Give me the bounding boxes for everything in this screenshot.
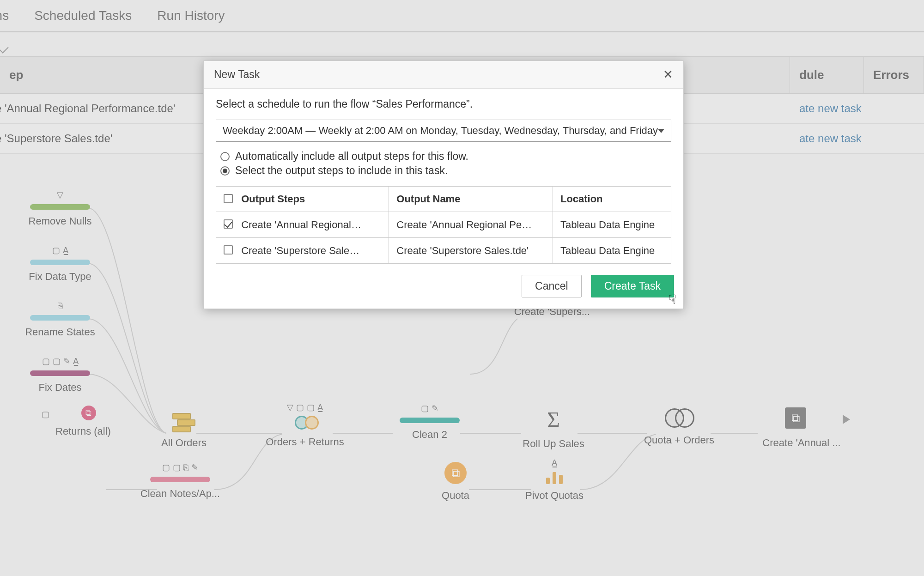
node-label: Quota + Orders	[638, 434, 721, 446]
chevron-down-icon	[658, 129, 664, 133]
node-quota[interactable]: ⧉ Quota	[414, 462, 497, 502]
text-icon: A̲	[73, 356, 79, 366]
node-icon-row: ▢✎	[388, 403, 471, 414]
create-new-task-link[interactable]: ate new task	[790, 94, 924, 123]
node-icon-row: A̲	[513, 457, 596, 468]
output-icon: ⧉	[785, 407, 806, 429]
tab-run-history[interactable]: Run History	[157, 8, 225, 23]
node-bar	[30, 370, 90, 376]
aggregate-icon: Σ	[541, 406, 566, 432]
col-errors: Errors	[864, 57, 924, 93]
node-clean-2[interactable]: ▢✎ Clean 2	[388, 403, 471, 441]
node-label: Fix Dates	[18, 382, 102, 394]
radio-auto-include[interactable]: Automatically include all output steps f…	[220, 150, 671, 163]
node-label: Returns (all)	[42, 425, 125, 437]
table-icon: ▢	[307, 402, 315, 412]
cancel-button[interactable]: Cancel	[522, 275, 582, 297]
schedule-select[interactable]: Weekday 2:00AM — Weekly at 2:00 AM on Mo…	[216, 120, 671, 142]
output-steps-table: Output Steps Output Name Location Create…	[216, 186, 671, 264]
join-icon	[663, 407, 695, 429]
create-task-button[interactable]: Create Task ☟	[591, 275, 674, 297]
node-bar	[30, 260, 90, 265]
node-bar	[30, 315, 90, 321]
filter-icon: ▽	[57, 190, 63, 200]
table-icon: ▢	[42, 356, 50, 366]
node-label: Orders + Returns	[263, 436, 346, 448]
sub-header-row: v.	[0, 32, 924, 56]
table-icon: ▢	[52, 245, 60, 255]
col-location: Location	[553, 187, 671, 212]
radio-select-steps[interactable]: Select the output steps to include in th…	[220, 164, 671, 177]
new-task-dialog: New Task ✕ Select a schedule to run the …	[203, 61, 684, 309]
dialog-title: New Task	[214, 68, 260, 81]
node-icon-row: ⎘	[18, 300, 102, 311]
col-label: Output Steps	[241, 193, 305, 205]
table-icon: ▢	[296, 402, 304, 412]
database-icon: ⧉	[81, 406, 96, 420]
table-row[interactable]: Create 'Annual Regional Perf… Create 'An…	[216, 212, 671, 238]
checkbox-all[interactable]	[224, 194, 233, 203]
node-fix-data-type[interactable]: ▢A̲ Fix Data Type	[18, 245, 102, 283]
text-icon: A̲	[317, 402, 323, 412]
checkbox[interactable]	[224, 245, 233, 255]
create-new-task-link[interactable]: ate new task	[790, 124, 924, 153]
table-icon: ▢	[53, 356, 61, 366]
join-icon	[293, 415, 317, 430]
radio-label: Select the output steps to include in th…	[235, 164, 448, 177]
cell-output-name: Create 'Superstore Sales.tde'	[396, 245, 529, 257]
node-label: Create 'Annual ...	[753, 437, 850, 449]
node-fix-dates[interactable]: ▢▢✎A̲ Fix Dates	[18, 356, 102, 394]
dialog-instruction: Select a schedule to run the flow “Sales…	[216, 98, 671, 110]
col-schedule-partial: dule	[790, 57, 864, 93]
node-quota-orders[interactable]: Quota + Orders	[638, 406, 721, 446]
node-bar	[400, 418, 460, 423]
cell-location: Tableau Data Engine	[553, 238, 671, 264]
cell-step: Create 'Annual Regional Perf…	[241, 219, 361, 231]
node-label: Clean Notes/Ap...	[139, 488, 222, 500]
node-all-orders[interactable]: All Orders	[142, 410, 225, 449]
node-label: Rename States	[18, 326, 102, 338]
radio-icon	[220, 166, 230, 176]
node-clean-notes[interactable]: ▢▢⎘✎ Clean Notes/Ap...	[139, 462, 222, 500]
edit-icon[interactable]	[0, 42, 9, 53]
table-icon: ▢	[421, 403, 429, 413]
dialog-footer: Cancel Create Task ☟	[204, 275, 683, 309]
node-icon-row: ▽	[18, 189, 102, 200]
edit-icon: ✎	[191, 462, 198, 473]
radio-icon	[220, 152, 230, 161]
node-icon-row: ▢▢⎘✎	[139, 462, 222, 473]
tab-scheduled-tasks[interactable]: Scheduled Tasks	[34, 8, 132, 23]
node-label: Fix Data Type	[18, 271, 102, 283]
node-label: Pivot Quotas	[513, 490, 596, 502]
node-label: Clean 2	[388, 429, 471, 441]
tab-connections-partial[interactable]: tions	[0, 8, 9, 23]
node-returns-all[interactable]: ▢ ⧉ Returns (all)	[42, 409, 125, 437]
node-roll-up-sales[interactable]: Σ Roll Up Sales	[512, 406, 595, 450]
datasource-icon: ⧉	[444, 462, 467, 484]
checkbox[interactable]	[224, 219, 233, 229]
cell-output-name: Create 'Annual Regional Perfo…	[396, 219, 535, 231]
union-icon	[172, 413, 195, 431]
node-icon-row: ▢ ⧉	[42, 409, 125, 420]
text-icon: A̲	[552, 458, 557, 468]
node-label: Quota	[414, 490, 497, 502]
node-icon-row: ▢▢✎A̲	[18, 356, 102, 367]
cell-step: Create 'Superstore Sales.tde'	[241, 245, 361, 257]
run-icon[interactable]	[843, 415, 850, 424]
cursor-hand-icon: ☟	[669, 292, 676, 307]
clip-icon: ⎘	[58, 301, 63, 311]
pivot-icon	[545, 471, 564, 484]
table-row[interactable]: Create 'Superstore Sales.tde' Create 'Su…	[216, 238, 671, 264]
node-label: Remove Nulls	[18, 215, 102, 227]
table-icon: ▢	[173, 462, 181, 473]
dialog-header: New Task ✕	[204, 61, 683, 89]
node-create-annual[interactable]: ⧉ Create 'Annual ...	[753, 407, 850, 449]
node-pivot-quotas[interactable]: A̲ Pivot Quotas	[513, 457, 596, 502]
node-remove-nulls[interactable]: ▽ Remove Nulls	[18, 189, 102, 227]
node-rename-states[interactable]: ⎘ Rename States	[18, 300, 102, 338]
node-label: All Orders	[142, 437, 225, 449]
close-icon[interactable]: ✕	[663, 67, 673, 82]
node-orders-returns[interactable]: ▽▢▢A̲ Orders + Returns	[263, 402, 346, 448]
cell-location: Tableau Data Engine	[553, 212, 671, 238]
node-label: Roll Up Sales	[512, 438, 595, 450]
